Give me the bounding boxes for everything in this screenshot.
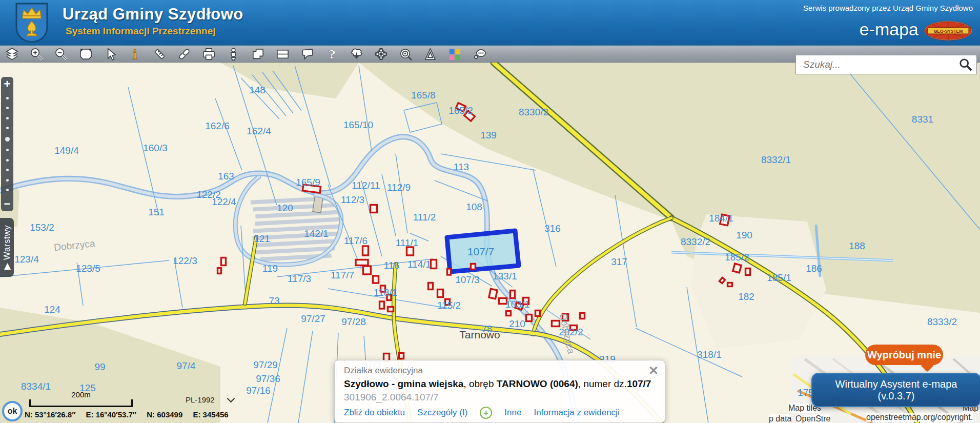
building [399,353,404,359]
ok-button[interactable]: ok [2,401,23,421]
help-icon[interactable]: ? [325,47,339,61]
zoom-level-dots[interactable] [1,89,13,199]
parcel-label: 99 [94,361,105,372]
parcel-label: 142/1 [304,228,329,239]
parcel-label: 163 [218,171,234,182]
parcel-label: 103/1 [505,299,530,310]
parcel-identifier: 301906_2.0064.107/7 [344,392,656,403]
parcel-label: 120 [277,203,293,213]
layers-panel-tab[interactable]: ▶ Warstwy [0,218,14,277]
pointer-icon[interactable] [104,47,117,61]
parcel-label: 153/2 [30,222,54,233]
building [431,260,437,269]
building [373,276,379,283]
parcel-label: 160/3 [143,143,168,153]
svg-text:?: ? [329,47,336,61]
parcel-label: 122/3 [173,255,197,266]
parcel-info-popup: ✕ Działka ewidencyjna Szydłowo - gmina w… [334,360,665,423]
full-extent-icon[interactable] [79,47,93,61]
popup-parcel-description: Szydłowo - gmina wiejska, obręb TARNOWO … [344,378,656,390]
building [733,264,741,273]
search-icon[interactable] [959,58,972,71]
svg-text:GEO-SYSTEM: GEO-SYSTEM [934,29,963,34]
osm-copyright-link[interactable]: openstreetmap.org/copyright. [866,413,973,422]
layers-tab-label: ▶ Warstwy [2,225,12,270]
parcel-label: 165/9 [296,177,320,188]
parcel-label: 112/11 [352,180,380,191]
layers-icon[interactable] [5,47,19,61]
other-link[interactable]: Inne [504,408,521,418]
zoom-in-icon[interactable] [30,47,44,61]
parcel-label: 139 [480,130,497,140]
measure-icon[interactable] [153,47,167,61]
feedback-icon[interactable] [473,47,486,61]
svg-text:i: i [133,47,138,62]
download-icon[interactable] [350,47,363,61]
parcel-label: 186 [806,263,822,274]
north-arrow-icon[interactable] [423,47,437,61]
building [489,289,497,298]
parcel-label: 165/2 [448,105,473,116]
parcel-label: 113 [454,162,469,172]
parcel-label: 182 [738,291,754,302]
try-me-bubble[interactable]: Wypróbuj mnie [865,345,943,365]
print-icon[interactable] [202,47,216,61]
zoom-out-button[interactable]: − [4,199,11,209]
popup-text: , obręb [463,378,496,389]
zoom-slider: + − [1,77,13,211]
parcel-label: 162/4 [247,126,271,136]
parcel-label: 122/4 [212,196,236,207]
parcel-label: 8331 [912,114,933,125]
coord-n-dms: N: 53°16′26.8″ [25,410,75,419]
crs-label: PL-1992 [186,395,215,404]
parcel-label: 8330/2 [519,107,548,117]
parcel-label: 73 [269,295,279,306]
parcel-label: 116 [384,260,399,271]
building [363,266,371,274]
zoom-to-object-link[interactable]: Zbliż do obiektu [344,408,405,418]
building [218,268,221,274]
page-title: Urząd Gminy Szydłowo [63,5,243,24]
popup-actions: Zbliż do obiektu Szczegóły (I) + Inne In… [344,407,656,419]
parcel-label: 97/28 [341,316,366,327]
close-icon[interactable]: ✕ [648,364,659,378]
comment-icon[interactable] [300,47,314,61]
parcel-label: 184/1 [709,213,733,224]
parcel-label: 121 [254,233,270,244]
link-icon[interactable] [177,47,191,61]
parcel-label: 210 [509,318,525,329]
registry-info-link[interactable]: Informacja z ewidencji [534,408,619,418]
building [526,315,532,321]
crs-selector[interactable]: PL-1992 [186,395,234,404]
emapa-logo-text: e-mapa [860,19,918,39]
locate-icon[interactable] [399,47,413,61]
building [380,301,384,309]
building [428,283,433,290]
building [511,291,515,298]
building [447,269,451,275]
street-view-icon[interactable] [227,47,240,61]
search-box [795,55,977,74]
parcel-label: 97/4 [177,360,196,371]
copy-view-icon[interactable] [251,47,265,61]
parcel-label: 8333/2 [927,316,957,327]
split-view-icon[interactable] [276,47,290,61]
zoom-in-button[interactable]: + [4,79,11,89]
search-input[interactable] [796,59,959,70]
settings-icon[interactable] [374,47,388,61]
legend-icon[interactable] [448,47,462,61]
parcel-label: 97/27 [301,313,325,324]
coord-n-metric: N: 603499 [147,410,182,419]
parcel-label: 107/7 [467,246,495,257]
building [580,313,585,319]
virtual-assistant-button[interactable]: Wirtualny Asystent e-mapa (v.0.3.7) [811,373,980,407]
chevron-down-icon [227,395,235,403]
page-subtitle: System Informacji Przestrzennej [66,26,216,37]
details-link[interactable]: Szczegóły (I) [417,408,467,418]
zoom-out-icon[interactable] [54,47,68,61]
parcel-municipality: Szydłowo - gmina wiejska [344,378,463,389]
identify-icon[interactable]: i [128,47,142,61]
parcel-label: 112/3 [341,194,364,205]
building [371,205,377,213]
expand-plus-icon[interactable]: + [480,407,492,419]
